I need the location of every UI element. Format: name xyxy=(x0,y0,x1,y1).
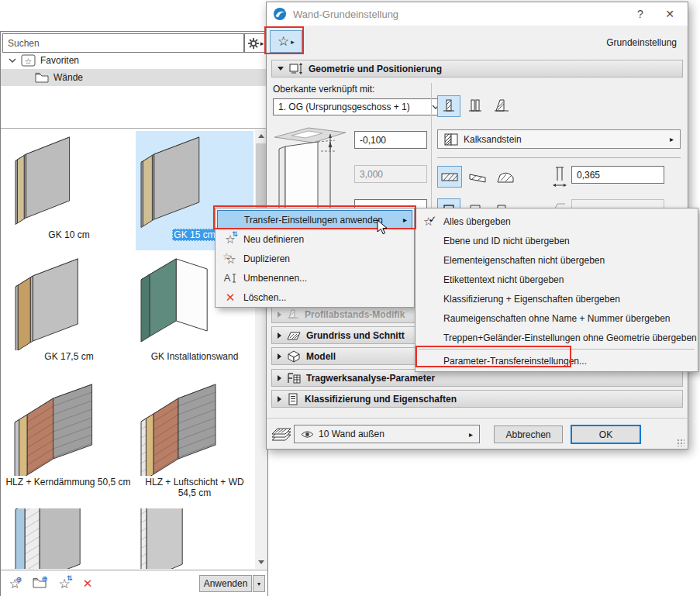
height-input xyxy=(354,165,427,183)
layer-value: 10 Wand außen xyxy=(319,429,384,439)
section-classification-header[interactable]: Klassifizierung und Eigenschaften xyxy=(271,390,683,408)
menu-item-redefine[interactable]: ☆ ⇅ Neu definieren xyxy=(217,229,412,249)
classification-document-icon xyxy=(287,393,299,405)
favorite-item[interactable]: GK 10 cm xyxy=(4,131,134,250)
menu-item-duplicate[interactable]: ☆ ☆ Duplizieren xyxy=(217,249,412,268)
apply-button[interactable]: Anwenden xyxy=(199,575,252,592)
chevron-down-icon xyxy=(9,57,16,64)
apply-dropdown-button[interactable]: ▾ xyxy=(253,575,265,592)
profile-offset-icon xyxy=(287,308,299,321)
tree-item-favoriten[interactable]: ☆ Favoriten xyxy=(1,52,267,69)
svg-text:☆: ☆ xyxy=(25,57,33,66)
cross-section-double-slanted-button[interactable] xyxy=(493,166,518,188)
section-label: Klassifizierung und Eigenschaften xyxy=(305,394,457,405)
tree-item-label: Wände xyxy=(53,72,83,83)
new-folder-button[interactable]: ⊕ xyxy=(30,574,49,593)
menu-item-label: Transfer-Einstellungen anwenden xyxy=(244,215,383,226)
submenu-item-zone-properties[interactable]: Raumeigenschaften ohne Name + Nummer übe… xyxy=(417,308,696,328)
favorite-item-partial[interactable] xyxy=(136,508,253,569)
menu-separator xyxy=(419,349,695,350)
wall-method-double-button[interactable] xyxy=(464,95,487,117)
close-button[interactable]: ✕ xyxy=(657,2,683,26)
dialog-titlebar[interactable]: Wand-Grundeinstellung ? ✕ xyxy=(267,2,688,26)
favorites-context-menu: Transfer-Einstellungen anwenden ▸ ☆ ⇅ Ne… xyxy=(215,208,415,308)
favorite-item-label: GK 10 cm xyxy=(47,229,91,241)
submenu-item-label: Treppen+Geländer-Einstellungen ohne Geom… xyxy=(443,332,697,343)
menu-item-transfer-settings[interactable]: Transfer-Einstellungen anwenden ▸ xyxy=(217,210,412,229)
submenu-item-label: Etikettentext nicht übergeben xyxy=(443,274,564,285)
gear-icon xyxy=(247,37,260,50)
delete-favorite-button[interactable]: ✕ xyxy=(78,574,97,593)
dialog-title: Wand-Grundeinstellung xyxy=(293,9,398,20)
gear-arrow-icon: ▸ xyxy=(260,40,264,47)
menu-item-label: Löschen... xyxy=(243,292,286,303)
submenu-item-no-layer-id[interactable]: Ebene und ID nicht übergeben xyxy=(417,231,696,250)
favorite-item[interactable]: GK 17,5 cm xyxy=(4,253,134,375)
ok-button[interactable]: OK xyxy=(571,425,641,444)
thickness-icon xyxy=(551,165,568,190)
submenu-item-label: Alles übergeben xyxy=(443,216,511,227)
dropdown-arrow-icon: ▾ xyxy=(257,580,260,587)
resize-grip[interactable] xyxy=(677,439,684,446)
mode-label: Grundeinstellung xyxy=(606,37,677,48)
wall-preview-gk175 xyxy=(11,253,127,350)
top-offset-input[interactable] xyxy=(354,131,427,149)
submenu-item-label: Parameter-Transfereinstellungen... xyxy=(443,356,587,367)
expand-triangle-icon xyxy=(278,332,281,339)
favorite-item-partial[interactable] xyxy=(4,508,134,569)
transfer-settings-submenu: ☆ ✓ Alles übergeben Ebene und ID nicht ü… xyxy=(415,208,698,372)
submenu-item-label: Ebene und ID nicht übergeben xyxy=(443,236,570,246)
menu-item-label: Umbenennen... xyxy=(243,273,307,284)
eye-icon xyxy=(301,430,314,439)
help-button[interactable]: ? xyxy=(627,2,653,26)
submenu-item-no-label-text[interactable]: Etikettentext nicht übergeben xyxy=(417,270,696,289)
structural-analysis-icon xyxy=(287,372,301,384)
menu-item-label: Neu definieren xyxy=(243,234,304,245)
new-favorite-button[interactable]: ☆ ⊕ xyxy=(5,574,24,593)
menu-item-delete[interactable]: ✕ Löschen... xyxy=(217,288,412,307)
wall-preview-partial-2 xyxy=(136,508,253,569)
menu-item-rename[interactable]: A Umbenennen... xyxy=(217,268,412,288)
cancel-button[interactable]: Abbrechen xyxy=(494,425,563,443)
thickness-input[interactable] xyxy=(571,166,664,184)
cross-section-straight-button[interactable] xyxy=(437,166,462,188)
layers-icon xyxy=(271,423,292,443)
scrollbar-down-arrow[interactable] xyxy=(255,556,267,569)
search-input[interactable] xyxy=(2,33,244,53)
archicad-logo-icon xyxy=(273,7,287,21)
expand-triangle-icon xyxy=(278,312,281,318)
section-geometry-header[interactable]: Geometrie und Positionierung xyxy=(271,60,683,78)
wall-method-straight-button[interactable] xyxy=(437,95,460,117)
favorites-folder-icon: ☆ xyxy=(21,54,36,67)
favorite-item-label: GK Installationswand xyxy=(150,350,240,363)
layer-selector[interactable]: 10 Wand außen ▸ xyxy=(294,425,480,443)
divider xyxy=(437,157,681,158)
favorite-item-label-selected: GK 15 cm xyxy=(172,229,216,241)
geometry-section-icon xyxy=(289,63,303,75)
menu-item-label: Duplizieren xyxy=(243,253,290,264)
wall-method-profiled-button[interactable] xyxy=(490,95,513,117)
material-selector[interactable]: Kalksandstein ▸ xyxy=(437,129,681,149)
favorite-item[interactable]: HLZ + Luftschicht + WD 54,5 cm xyxy=(136,378,253,507)
submenu-arrow-icon: ▸ xyxy=(403,215,407,224)
tree-item-waende[interactable]: Wände xyxy=(1,69,267,86)
star-arrow-icon: ▸ xyxy=(291,38,295,46)
redefine-favorite-button[interactable]: ☆ ⇅ xyxy=(55,574,74,593)
cross-section-slanted-button[interactable] xyxy=(465,166,490,188)
top-link-select[interactable]: 1. OG (Ursprungsgeschoss + 1) xyxy=(273,98,445,115)
submenu-item-transfer-all[interactable]: ☆ ✓ Alles übergeben xyxy=(417,212,696,231)
submenu-item-parameter-transfer-settings[interactable]: Parameter-Transfereinstellungen... xyxy=(417,351,696,370)
favorite-item[interactable]: HLZ + Kerndämmung 50,5 cm xyxy=(2,378,134,507)
favorites-star-button[interactable]: ☆ ▸ xyxy=(270,30,302,53)
submenu-item-no-element-properties[interactable]: Elementeigenschaften nicht übergeben xyxy=(417,250,696,270)
submenu-item-stair-railing-settings[interactable]: Treppen+Geländer-Einstellungen ohne Geom… xyxy=(417,328,696,347)
delete-x-icon: ✕ xyxy=(83,577,93,591)
submenu-item-classification-properties[interactable]: Klassifizierung + Eigenschaften übergebe… xyxy=(417,289,696,308)
collapse-triangle-icon xyxy=(278,67,284,71)
submenu-item-label: Raumeigenschaften ohne Name + Nummer übe… xyxy=(443,313,671,324)
column-divider xyxy=(431,83,432,215)
apply-button-label: Anwenden xyxy=(204,578,248,589)
search-settings-button[interactable]: ▸ xyxy=(244,33,267,53)
delete-x-icon: ✕ xyxy=(226,291,236,305)
submenu-item-label: Klassifizierung + Eigenschaften übergebe… xyxy=(443,294,620,305)
